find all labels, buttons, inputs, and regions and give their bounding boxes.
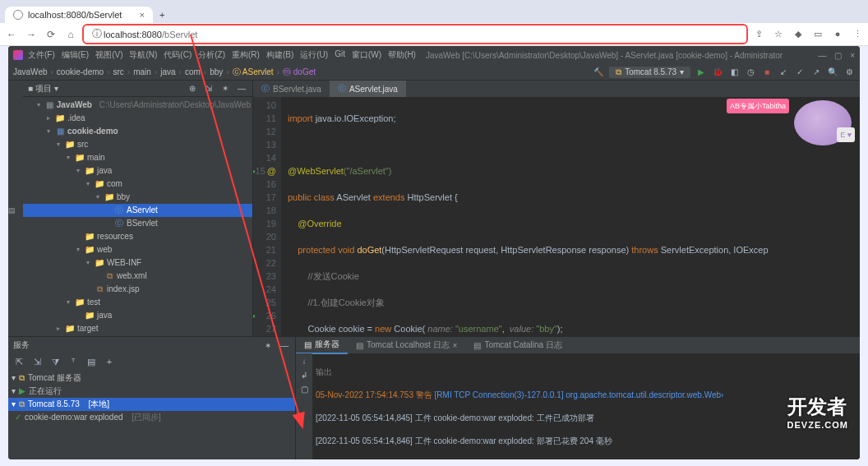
scroll-down-icon[interactable]: ↓	[298, 357, 310, 366]
svc-artifact[interactable]: ✓cookie-demo:war exploded [已同步]	[8, 411, 295, 424]
tree-indexjsp[interactable]: ⧉index.jsp	[23, 283, 252, 296]
tomcat-icon: ⧉	[616, 67, 621, 77]
select-file-icon[interactable]: ⊕	[187, 84, 198, 93]
menu-window[interactable]: 窗口(W)	[352, 49, 381, 61]
close-icon[interactable]: ×	[850, 51, 855, 60]
new-tab-button[interactable]: +	[153, 7, 171, 23]
tree-idea[interactable]: ▸📁.idea	[23, 112, 252, 125]
coverage-icon[interactable]: ◧	[728, 67, 740, 76]
tree-cookie-demo[interactable]: ▾▦cookie-demo	[23, 125, 252, 138]
console-output[interactable]: 输出 05-Nov-2022 17:54:14.753 警告 [RMI TCP …	[312, 353, 860, 459]
menu-view[interactable]: 视图(V)	[95, 49, 122, 61]
tree-bby[interactable]: ▾📁bby	[23, 191, 252, 204]
crumb-project[interactable]: JavaWeb	[13, 67, 48, 76]
code-lines[interactable]: import java.io.IOException; @WebServlet(…	[281, 97, 860, 336]
search-icon[interactable]: 🔍	[827, 67, 838, 76]
forward-icon[interactable]: →	[25, 29, 38, 40]
stop-icon[interactable]: ■	[761, 67, 773, 76]
gear-icon[interactable]: ⚙	[843, 67, 855, 76]
filter-icon[interactable]: ⧩	[49, 357, 61, 367]
crumb-bby[interactable]: bby	[210, 67, 223, 76]
tab-localhost-log[interactable]: ▤ Tomcat Localhost 日志 ×	[348, 337, 465, 353]
wrap-icon[interactable]: ↲	[298, 371, 310, 380]
run-icon[interactable]: ▶	[695, 67, 707, 76]
collapse-icon[interactable]: ✶	[219, 84, 231, 93]
tree-root[interactable]: ▾▦JavaWeb C:\Users\Administrator\Desktop…	[23, 99, 252, 112]
tree-src[interactable]: ▾📁src	[23, 138, 252, 151]
tree-target[interactable]: ▸📁target	[23, 322, 252, 335]
menu-run[interactable]: 运行(U)	[300, 49, 328, 61]
crumb-main[interactable]: main	[133, 67, 151, 76]
share-icon[interactable]: ⇪	[753, 29, 764, 39]
svc-tomcat[interactable]: ▾⧉Tomcat 服务器	[8, 371, 295, 385]
hide-icon[interactable]: —	[279, 341, 290, 350]
extension-icon[interactable]: ◆	[792, 29, 804, 39]
star-icon[interactable]: ☆	[773, 29, 784, 39]
minimize-icon[interactable]: —	[818, 51, 826, 60]
tab-bservlet[interactable]: ⓒBServlet.java	[253, 81, 330, 97]
crumb-method[interactable]: ⓜ doGet	[283, 67, 316, 78]
tab-server[interactable]: ▤ 服务器	[296, 336, 348, 354]
hide-icon[interactable]: —	[236, 84, 247, 93]
profile-icon[interactable]: ◷	[745, 67, 756, 76]
git-update-icon[interactable]: ↙	[778, 67, 789, 76]
menu-icon[interactable]: ⋮	[852, 29, 863, 39]
menu-code[interactable]: 代码(C)	[164, 49, 192, 61]
git-commit-icon[interactable]: ✓	[794, 67, 806, 76]
menu-git[interactable]: Git	[335, 49, 345, 61]
layout-icon[interactable]: ▤	[85, 357, 97, 367]
browser-tab[interactable]: localhost:8080/bServlet ×	[5, 7, 153, 23]
sidebar-project-icon[interactable]: ▤	[8, 206, 16, 215]
tree-resources[interactable]: 📁resources	[23, 230, 252, 243]
reader-icon[interactable]: ▭	[812, 29, 824, 39]
code-area[interactable]: AB专属小Tabitha 10 11 12 13 14 ●15@ 16 17 1…	[253, 97, 860, 336]
url-input[interactable]: ⓘ localhost:8080/bServlet	[84, 25, 746, 43]
tree-test[interactable]: ▾📁test	[23, 296, 252, 309]
profile-icon[interactable]: ●	[832, 29, 843, 39]
tree-com[interactable]: ▾📁com	[23, 178, 252, 191]
add-icon[interactable]: +	[104, 357, 115, 367]
tree-java2[interactable]: 📁java	[23, 309, 252, 322]
gear-icon[interactable]: ✶	[262, 341, 274, 350]
back-icon[interactable]: ←	[5, 29, 18, 40]
svc-instance[interactable]: ▾⧉Tomcat 8.5.73 [本地]	[8, 398, 295, 411]
crumb-src[interactable]: src	[113, 67, 123, 76]
services-tree[interactable]: ▾⧉Tomcat 服务器 ▾▶正在运行 ▾⧉Tomcat 8.5.73 [本地]…	[8, 370, 295, 459]
tree-webinf[interactable]: ▾📁WEB-INF	[23, 256, 252, 270]
menu-navigate[interactable]: 导航(N)	[129, 49, 157, 61]
home-icon[interactable]: ⌂	[64, 29, 77, 40]
menu-edit[interactable]: 编辑(E)	[62, 49, 89, 61]
crumb-com[interactable]: com	[185, 67, 201, 76]
menu-analyze[interactable]: 分析(Z)	[198, 49, 225, 61]
project-tree[interactable]: ▾▦JavaWeb C:\Users\Administrator\Desktop…	[23, 97, 252, 336]
tree-web[interactable]: ▾📁web	[23, 243, 252, 256]
close-icon[interactable]: ×	[140, 10, 145, 20]
maximize-icon[interactable]: ▢	[834, 51, 842, 60]
menu-build[interactable]: 构建(B)	[266, 49, 293, 61]
debug-icon[interactable]: 🐞	[712, 67, 723, 76]
tab-aservlet[interactable]: ⓒAServlet.java	[330, 81, 406, 97]
tree-java[interactable]: ▾📁java	[23, 164, 252, 178]
expand-icon[interactable]: ⇲	[203, 84, 215, 93]
menu-refactor[interactable]: 重构(R)	[232, 49, 260, 61]
crumb-class[interactable]: ⓒ AServlet	[233, 67, 274, 78]
expand-all-icon[interactable]: ⇱	[13, 357, 25, 367]
tab-catalina-log[interactable]: ▤ Tomcat Catalina 日志	[465, 337, 570, 353]
tree-main[interactable]: ▾📁main	[23, 151, 252, 164]
print-icon[interactable]: ▢	[298, 385, 310, 394]
tree-bservlet[interactable]: ⓒBServlet	[23, 217, 252, 230]
git-push-icon[interactable]: ↗	[810, 67, 822, 76]
crumb-java[interactable]: java	[160, 67, 175, 76]
info-icon[interactable]: ⓘ	[90, 27, 104, 41]
run-config-select[interactable]: ⧉ Tomcat 8.5.73 ▾	[609, 67, 690, 78]
filter2-icon[interactable]: ᵀ	[67, 357, 79, 367]
build-icon[interactable]: 🔨	[593, 67, 604, 76]
tree-webxml[interactable]: ⧉web.xml	[23, 270, 252, 283]
crumb-module[interactable]: cookie-demo	[57, 67, 104, 76]
tree-aservlet[interactable]: ⓒAServlet	[23, 204, 252, 217]
menu-file[interactable]: 文件(F)	[28, 49, 55, 61]
collapse-all-icon[interactable]: ⇲	[31, 357, 43, 367]
svc-running[interactable]: ▾▶正在运行	[8, 385, 295, 398]
menu-help[interactable]: 帮助(H)	[388, 49, 416, 61]
reload-icon[interactable]: ⟳	[44, 29, 58, 40]
